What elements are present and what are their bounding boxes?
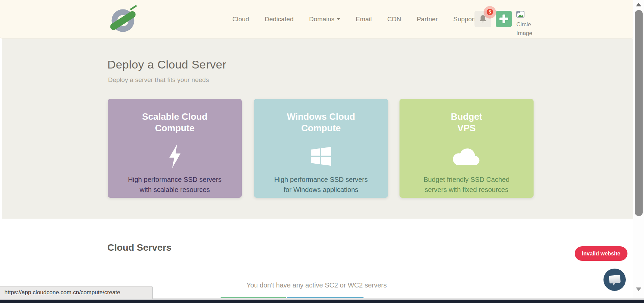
plus-icon xyxy=(499,15,508,23)
page-subtitle: Deploy a server that fits your needs xyxy=(108,76,209,84)
scrollbar-thumb[interactable] xyxy=(635,10,643,216)
card-budget-vps[interactable]: Budget VPS Budget friendly SSD Cached se… xyxy=(400,99,534,198)
nav-item-domains[interactable]: Domains xyxy=(309,16,340,23)
nav-item-cloud[interactable]: Cloud xyxy=(232,16,249,23)
broken-image-icon xyxy=(516,11,524,18)
card-description: High performance SSD servers with scalab… xyxy=(124,174,226,195)
scrollbar[interactable] xyxy=(633,0,644,299)
nav-item-dedicated[interactable]: Dedicated xyxy=(265,16,294,23)
status-bar-url: https://app.cloudcone.com.cn/compute/cre… xyxy=(0,286,153,299)
scrollbar-up-arrow-icon[interactable] xyxy=(636,3,641,6)
cloudcone-logo[interactable] xyxy=(107,4,138,34)
avatar-alt-text: Circle Image xyxy=(516,20,534,38)
nav-item-email[interactable]: Email xyxy=(356,16,372,23)
scrollbar-down-arrow-icon[interactable] xyxy=(636,287,641,291)
chat-bubble-icon xyxy=(603,268,626,291)
nav-item-support[interactable]: Support xyxy=(453,16,476,23)
servers-section-title: Cloud Servers xyxy=(107,242,172,253)
card-windows-cloud-compute[interactable]: Windows Cloud Compute High performance S… xyxy=(254,99,388,198)
top-navbar: Cloud Dedicated Domains Email CDN Partne… xyxy=(0,0,633,38)
card-description: Budget friendly SSD Cached servers with … xyxy=(416,174,517,195)
card-title: Scalable Cloud Compute xyxy=(108,111,242,134)
browser-viewport: Cloud Dedicated Domains Email CDN Partne… xyxy=(0,0,644,303)
cloudcone-logo-icon xyxy=(107,4,138,34)
chat-widget-button[interactable] xyxy=(603,268,626,291)
taskbar xyxy=(0,300,644,303)
cloud-icon xyxy=(400,140,534,172)
nav-item-partner[interactable]: Partner xyxy=(417,16,438,23)
nav-right-cluster: 5 Circle Image xyxy=(474,11,534,38)
notification-badge: 5 xyxy=(487,9,493,15)
user-avatar-broken-image[interactable]: Circle Image xyxy=(516,11,534,38)
page-title: Deploy a Cloud Server xyxy=(107,58,227,71)
windows-logo-icon xyxy=(254,140,388,172)
nav-item-cdn[interactable]: CDN xyxy=(387,16,401,23)
card-title: Budget VPS xyxy=(400,111,534,134)
invalid-website-button[interactable]: Invalid website xyxy=(575,246,627,261)
card-title: Windows Cloud Compute xyxy=(254,111,388,134)
chevron-down-icon xyxy=(337,18,340,20)
notifications-button[interactable]: 5 xyxy=(474,11,491,27)
create-new-button[interactable] xyxy=(496,11,512,27)
card-scalable-cloud-compute[interactable]: Scalable Cloud Compute High performance … xyxy=(108,99,242,198)
card-description: High performance SSD servers for Windows… xyxy=(271,174,372,195)
main-nav: Cloud Dedicated Domains Email CDN Partne… xyxy=(232,0,476,38)
lightning-bolt-icon xyxy=(108,140,242,172)
